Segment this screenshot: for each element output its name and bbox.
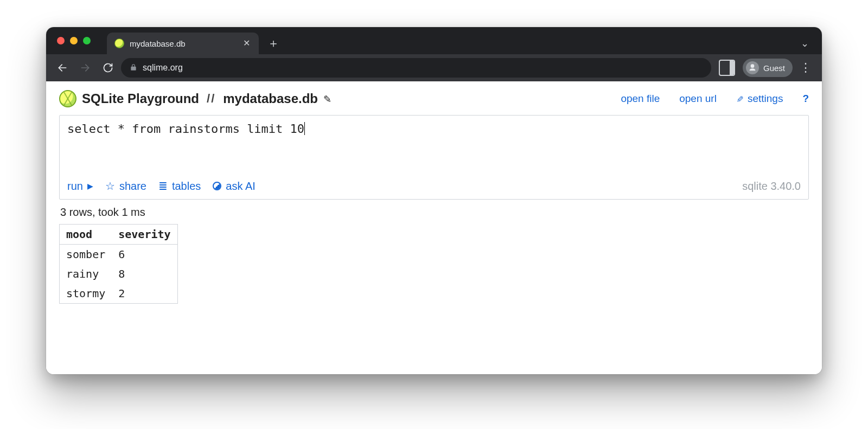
table-cell: 2 [112, 284, 177, 304]
profile-chip[interactable]: Guest [743, 59, 793, 77]
breadcrumb-separator: // [205, 92, 218, 106]
lock-icon [130, 63, 137, 73]
column-header: severity [112, 225, 177, 245]
table-body: somber6rainy8stormy2 [60, 245, 178, 304]
result-table: moodseverity somber6rainy8stormy2 [59, 224, 178, 304]
browser-toolbar: sqlime.org Guest ⋮ [46, 54, 822, 81]
sql-editor: select * from rainstorms limit 10 run ▶ … [59, 115, 809, 200]
settings-link[interactable]: settings [736, 93, 783, 105]
ai-icon [213, 182, 221, 190]
profile-label: Guest [763, 63, 785, 73]
table-cell: stormy [60, 284, 112, 304]
address-bar[interactable]: sqlime.org [121, 58, 711, 78]
table-cell: somber [60, 245, 112, 265]
table-row: stormy2 [60, 284, 178, 304]
database-name: mydatabase.db [223, 91, 318, 106]
tab-title: mydatabase.db [130, 39, 236, 48]
text-caret [304, 122, 305, 135]
run-button[interactable]: run ▶ [67, 180, 93, 193]
column-header: mood [60, 225, 112, 245]
tab-strip: mydatabase.db ✕ ＋ ⌄ [46, 27, 822, 54]
table-header-row: moodseverity [60, 225, 178, 245]
window-minimize-button[interactable] [70, 37, 78, 44]
sql-input[interactable]: select * from rainstorms limit 10 [60, 116, 808, 175]
window-controls [57, 37, 91, 44]
open-file-link[interactable]: open file [621, 93, 660, 105]
play-icon: ▶ [87, 182, 93, 190]
settings-icon [736, 93, 743, 105]
page-content: SQLite Playground // mydatabase.db ✎ ope… [46, 81, 822, 374]
window-maximize-button[interactable] [83, 37, 91, 44]
sqlime-logo-icon [59, 90, 76, 107]
close-tab-icon[interactable]: ✕ [241, 39, 251, 48]
list-icon [158, 180, 168, 193]
table-cell: rainy [60, 264, 112, 284]
open-url-link[interactable]: open url [679, 93, 717, 105]
window-close-button[interactable] [57, 37, 65, 44]
side-panel-toggle-icon[interactable] [719, 60, 735, 76]
table-cell: 6 [112, 245, 177, 265]
help-link[interactable]: ? [802, 93, 809, 105]
share-button[interactable]: share [105, 180, 146, 193]
nav-forward-button[interactable] [75, 58, 95, 78]
browser-tab[interactable]: mydatabase.db ✕ [107, 33, 259, 54]
table-cell: 8 [112, 264, 177, 284]
table-row: rainy8 [60, 264, 178, 284]
editor-actions: run ▶ share tables ask AI sqlite 3.40.0 [60, 175, 808, 199]
star-icon [105, 180, 115, 193]
result-status: 3 rows, took 1 ms [60, 206, 808, 219]
browser-menu-button[interactable]: ⋮ [796, 58, 815, 78]
page-header: SQLite Playground // mydatabase.db ✎ ope… [59, 90, 809, 107]
avatar-icon [746, 61, 759, 74]
ask-ai-button[interactable]: ask AI [213, 180, 255, 193]
tables-button[interactable]: tables [158, 180, 201, 193]
address-bar-text: sqlime.org [143, 63, 183, 73]
sqlite-version: sqlite 3.40.0 [742, 180, 801, 193]
tabs-overflow-icon[interactable]: ⌄ [795, 33, 814, 54]
favicon-lime-icon [114, 39, 124, 48]
nav-back-button[interactable] [53, 58, 72, 78]
table-row: somber6 [60, 245, 178, 265]
nav-reload-button[interactable] [98, 58, 118, 78]
edit-name-icon[interactable]: ✎ [323, 93, 331, 105]
browser-window: mydatabase.db ✕ ＋ ⌄ sqlime.org [46, 27, 822, 374]
new-tab-button[interactable]: ＋ [259, 33, 288, 54]
app-title: SQLite Playground [82, 91, 199, 106]
